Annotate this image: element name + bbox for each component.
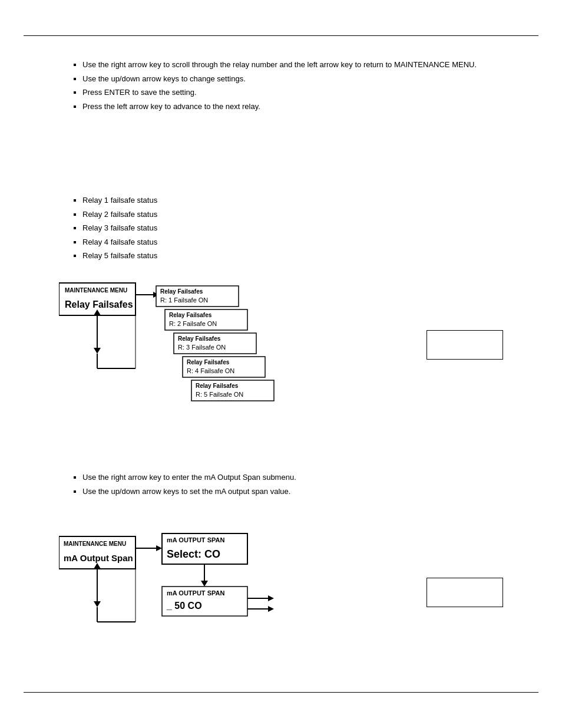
list-item: Press the left arrow key to advance to t… [82, 101, 503, 113]
svg-text:R: 4 Failsafe ON: R: 4 Failsafe ON [187, 367, 234, 374]
list-item: Use the up/down arrow keys to set the mA… [82, 486, 503, 498]
list-item: Relay 1 failsafe status [82, 195, 503, 206]
svg-text:Select: CO: Select: CO [167, 548, 220, 560]
list-item: Relay 5 failsafe status [82, 250, 503, 262]
section2-bullets: Relay 1 failsafe status Relay 2 failsafe… [71, 195, 503, 264]
svg-marker-4 [94, 348, 101, 354]
svg-text:mA OUTPUT SPAN: mA OUTPUT SPAN [167, 536, 224, 543]
svg-text:R: 2 Failsafe ON: R: 2 Failsafe ON [169, 320, 217, 327]
svg-text:R: 1 Failsafe ON: R: 1 Failsafe ON [160, 297, 208, 304]
list-item: Use the right arrow key to scroll throug… [82, 59, 503, 71]
list-item: Use the right arrow key to enter the mA … [82, 472, 503, 483]
relay-diagram-svg: MAINTENANCE MENU Relay Failsafes Relay F… [59, 271, 353, 407]
list-item: Press ENTER to save the setting. [82, 87, 503, 98]
svg-text:Relay Failsafes: Relay Failsafes [169, 312, 212, 318]
list-item: Relay 3 failsafe status [82, 222, 503, 234]
svg-text:R: 3 Failsafe ON: R: 3 Failsafe ON [178, 344, 226, 351]
page: Use the right arrow key to scroll throug… [0, 0, 562, 728]
section3-bullets: Use the right arrow key to enter the mA … [71, 472, 503, 499]
side-note-2 [427, 578, 503, 607]
svg-text:Relay Failsafes: Relay Failsafes [160, 288, 203, 295]
relay-diagram: MAINTENANCE MENU Relay Failsafes Relay F… [59, 271, 353, 409]
list-item: Relay 2 failsafe status [82, 209, 503, 220]
svg-text:R: 5 Failsafe ON: R: 5 Failsafe ON [196, 391, 243, 398]
svg-text:MAINTENANCE MENU: MAINTENANCE MENU [65, 287, 127, 294]
svg-text:MAINTENANCE MENU: MAINTENANCE MENU [64, 541, 126, 547]
hr-bottom [24, 692, 538, 693]
svg-text:Relay Failsafes: Relay Failsafes [196, 383, 239, 389]
svg-text:Relay Failsafes: Relay Failsafes [187, 359, 230, 365]
svg-text:Relay Failsafes: Relay Failsafes [178, 335, 221, 342]
section1-bullets: Use the right arrow key to scroll throug… [71, 59, 503, 114]
svg-text:mA OUTPUT SPAN: mA OUTPUT SPAN [167, 589, 224, 597]
list-item: Use the up/down arrow keys to change set… [82, 73, 503, 85]
svg-marker-46 [268, 595, 274, 601]
ma-diagram: MAINTENANCE MENU mA Output Span mA OUTPU… [59, 525, 365, 644]
list-item: Relay 4 failsafe status [82, 236, 503, 248]
svg-marker-48 [268, 606, 274, 612]
svg-text:Relay Failsafes: Relay Failsafes [65, 299, 133, 309]
svg-marker-30 [94, 601, 101, 607]
svg-marker-33 [156, 545, 162, 551]
hr-top [24, 35, 538, 36]
svg-text:_ 50 CO: _ 50 CO [166, 601, 202, 611]
side-note-1 [427, 330, 503, 360]
svg-marker-41 [201, 581, 208, 587]
svg-text:mA Output Span: mA Output Span [64, 553, 133, 563]
ma-diagram-svg: MAINTENANCE MENU mA Output Span mA OUTPU… [59, 525, 365, 643]
